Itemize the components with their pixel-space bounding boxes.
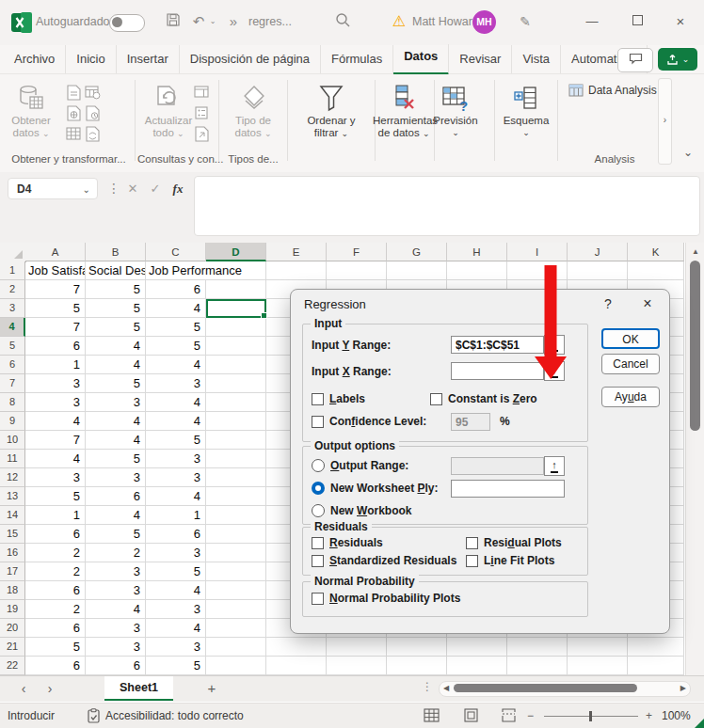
confidence-level-field[interactable]: 95 [451,413,490,431]
cell-B10[interactable]: 4 [86,431,146,450]
cell-B3[interactable]: 5 [86,299,146,318]
cell-G21[interactable] [387,638,447,657]
help-button[interactable]: Ayuda [601,387,660,407]
tab-revisar[interactable]: Revisar [449,45,512,73]
name-box[interactable]: D4 ⌄ [8,178,98,199]
cell-B9[interactable]: 4 [86,412,146,431]
select-all-corner[interactable] [0,243,26,262]
ordenar-filtrar-button[interactable]: Ordenar y filtrar ⌄ [299,80,363,140]
horizontal-scrollbar[interactable]: ◀ ▶ [439,681,691,697]
cell-C14[interactable]: 1 [146,506,206,525]
cell-B1[interactable]: Social Des [86,261,146,280]
cell-C9[interactable]: 4 [146,412,206,431]
cell-C7[interactable]: 3 [146,374,206,393]
cell-B14[interactable]: 4 [86,506,146,525]
cell-C8[interactable]: 4 [146,393,206,412]
row-header-10[interactable]: 10 [0,431,25,450]
cell-A6[interactable]: 1 [25,356,86,374]
output-range-picker-button[interactable]: ↑ [544,456,565,476]
cell-B15[interactable]: 5 [86,525,146,544]
tab-datos[interactable]: Datos [393,44,449,75]
cell-B16[interactable]: 2 [86,544,146,562]
minimize-button[interactable]: — [576,8,608,36]
cell-A22[interactable]: 6 [25,657,86,675]
prev-sheet-button[interactable]: ‹ [11,676,36,701]
add-sheet-button[interactable]: + [200,676,224,701]
row-header-19[interactable]: 19 [0,600,25,619]
ribbon-scroll-right-button[interactable]: › [658,78,672,165]
labels-checkbox[interactable] [312,393,324,405]
cell-C2[interactable]: 6 [146,280,206,299]
cell-C4[interactable]: 5 [146,318,206,337]
row-header-22[interactable]: 22 [0,657,25,675]
comments-button[interactable] [617,48,653,72]
sheet-tab-active[interactable]: Sheet1 [104,676,173,701]
scroll-right-icon[interactable]: ▶ [680,684,686,693]
cell-A21[interactable]: 5 [25,638,86,657]
queries-connections-icon[interactable] [194,86,210,99]
esquema-button[interactable]: Esquema ⌄ [496,80,556,139]
cell-D21[interactable] [206,638,266,657]
avatar[interactable]: MH [472,10,496,34]
cell-D16[interactable] [206,544,266,562]
column-header-E[interactable]: E [266,243,327,261]
tab-inicio[interactable]: Inicio [66,45,116,73]
cell-D6[interactable] [206,356,266,374]
row-header-9[interactable]: 9 [0,412,25,431]
cell-B19[interactable]: 4 [86,600,146,619]
cell-B8[interactable]: 3 [86,393,146,412]
zoom-out-button[interactable]: − [527,709,534,722]
cell-D14[interactable] [206,506,266,525]
dialog-help-button[interactable]: ? [594,293,622,314]
actualizar-todo-button[interactable]: Actualizar todo ⌄ [139,80,198,140]
row-header-14[interactable]: 14 [0,506,25,525]
row-header-1[interactable]: 1 [0,261,25,280]
tab-archivo[interactable]: Archivo [4,45,66,73]
cell-A5[interactable]: 6 [25,337,86,356]
fill-handle[interactable] [261,312,267,319]
from-table-icon[interactable] [66,127,82,141]
cell-C15[interactable]: 6 [146,525,206,544]
cell-B18[interactable]: 3 [86,581,146,600]
normal-view-button[interactable] [424,708,440,723]
next-sheet-button[interactable]: › [38,676,62,701]
cell-B7[interactable]: 5 [86,374,146,393]
cell-D8[interactable] [206,393,266,412]
cell-A19[interactable]: 2 [25,600,86,619]
output-range-field[interactable] [451,457,544,475]
vertical-scrollbar-thumb[interactable] [690,261,700,431]
cell-E1[interactable] [266,261,327,280]
row-header-15[interactable]: 15 [0,525,25,544]
confidence-level-checkbox[interactable] [312,416,324,428]
cell-C21[interactable]: 3 [146,638,206,657]
column-header-J[interactable]: J [568,243,628,261]
cell-C11[interactable]: 3 [146,450,206,468]
cell-I22[interactable] [507,657,568,675]
cell-A15[interactable]: 6 [25,525,86,544]
cell-B12[interactable]: 3 [86,468,146,487]
save-icon[interactable] [166,12,184,31]
page-layout-view-button[interactable] [463,708,480,723]
close-button[interactable]: × [664,8,696,36]
cell-C18[interactable]: 4 [146,581,206,600]
cell-D13[interactable] [206,487,266,506]
cell-B11[interactable]: 5 [86,450,146,468]
cell-B21[interactable]: 3 [86,638,146,657]
cell-F22[interactable] [327,657,387,675]
cell-B6[interactable]: 4 [86,356,146,374]
user-name[interactable]: Matt Howard [412,15,479,28]
from-web-icon[interactable] [67,105,81,121]
cell-K1[interactable] [628,261,684,280]
properties-icon[interactable] [195,106,209,119]
cell-C10[interactable]: 5 [146,431,206,450]
cell-D7[interactable] [206,374,266,393]
cell-E22[interactable] [266,657,327,675]
name-box-options-icon[interactable]: ⋮ [104,178,124,199]
cell-D2[interactable] [206,280,266,299]
share-button[interactable]: ⌄ [658,48,697,71]
cell-C22[interactable]: 5 [146,657,206,675]
maximize-button[interactable] [621,8,653,36]
residuals-checkbox[interactable] [312,537,324,549]
cell-D15[interactable] [206,525,266,544]
more-commands-icon[interactable]: » [226,12,241,31]
